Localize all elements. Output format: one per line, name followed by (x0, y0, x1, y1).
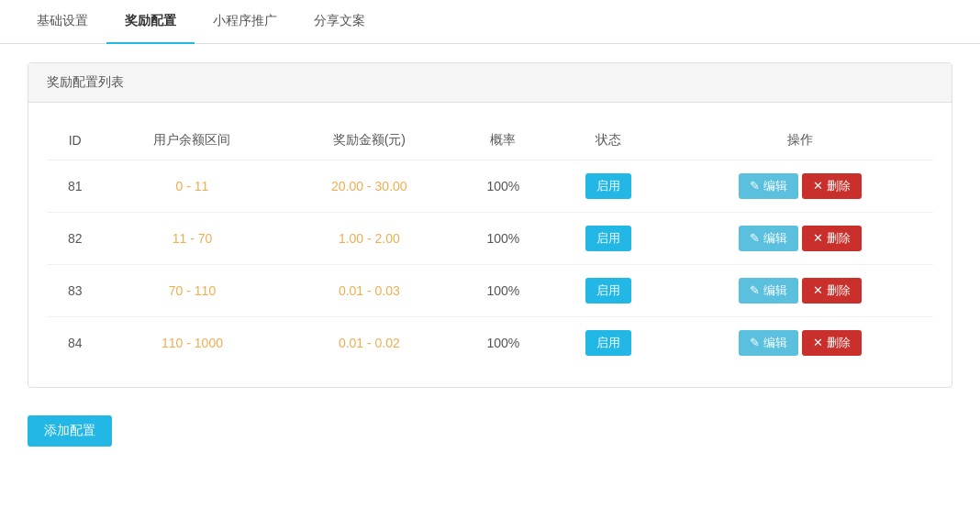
card-title: 奖励配置列表 (47, 74, 124, 89)
col-header-action: 操作 (667, 121, 933, 160)
cell-action-0: ✎ 编辑 ✕ 删除 (667, 160, 933, 213)
delete-button-0[interactable]: ✕ 删除 (802, 173, 862, 199)
table-row: 81 0 - 11 20.00 - 30.00 100% 启用 ✎ 编辑 ✕ 删… (47, 160, 933, 213)
delete-button-2[interactable]: ✕ 删除 (802, 278, 862, 304)
col-header-amount: 奖励金额(元) (282, 121, 457, 160)
edit-button-0[interactable]: ✎ 编辑 (739, 173, 798, 199)
edit-button-3[interactable]: ✎ 编辑 (739, 330, 798, 356)
cell-amount-1: 1.00 - 2.00 (282, 213, 457, 265)
add-config-button[interactable]: 添加配置 (28, 415, 112, 447)
tab-reward-config[interactable]: 奖励配置 (106, 0, 195, 44)
cell-id-1: 82 (47, 213, 103, 265)
cell-action-1: ✎ 编辑 ✕ 删除 (667, 213, 933, 265)
card-header: 奖励配置列表 (28, 63, 952, 103)
tab-bar: 基础设置 奖励配置 小程序推广 分享文案 (0, 0, 980, 44)
tab-basic-settings[interactable]: 基础设置 (18, 0, 106, 44)
tab-share-content[interactable]: 分享文案 (295, 0, 384, 44)
table-row: 83 70 - 110 0.01 - 0.03 100% 启用 ✎ 编辑 ✕ 删… (47, 265, 933, 317)
cell-range-0: 0 - 11 (103, 160, 281, 213)
delete-button-1[interactable]: ✕ 删除 (802, 226, 862, 251)
enable-button-3[interactable]: 启用 (585, 330, 631, 356)
cell-rate-3: 100% (457, 317, 550, 370)
col-header-id: ID (47, 121, 103, 160)
action-group-0: ✎ 编辑 ✕ 删除 (739, 173, 861, 199)
edit-button-2[interactable]: ✎ 编辑 (739, 278, 798, 304)
reward-table: ID 用户余额区间 奖励金额(元) 概率 状态 操作 81 0 - 11 20.… (47, 121, 933, 369)
cell-id-2: 83 (47, 265, 103, 317)
cell-range-2: 70 - 110 (103, 265, 281, 317)
cell-amount-0: 20.00 - 30.00 (282, 160, 457, 213)
main-content: 奖励配置列表 ID 用户余额区间 奖励金额(元) 概率 状态 操作 81 0 - (0, 44, 980, 465)
cell-status-2: 启用 (550, 265, 667, 317)
enable-button-2[interactable]: 启用 (585, 278, 631, 304)
delete-button-3[interactable]: ✕ 删除 (802, 330, 862, 356)
cell-amount-2: 0.01 - 0.03 (282, 265, 457, 317)
reward-config-card: 奖励配置列表 ID 用户余额区间 奖励金额(元) 概率 状态 操作 81 0 - (28, 62, 952, 388)
table-header-row: ID 用户余额区间 奖励金额(元) 概率 状态 操作 (47, 121, 933, 160)
action-group-2: ✎ 编辑 ✕ 删除 (739, 278, 861, 304)
action-group-1: ✎ 编辑 ✕ 删除 (739, 226, 861, 251)
cell-amount-3: 0.01 - 0.02 (282, 317, 457, 370)
cell-status-1: 启用 (550, 213, 667, 265)
card-body: ID 用户余额区间 奖励金额(元) 概率 状态 操作 81 0 - 11 20.… (28, 103, 952, 387)
enable-button-1[interactable]: 启用 (585, 226, 631, 251)
cell-status-3: 启用 (550, 317, 667, 370)
edit-button-1[interactable]: ✎ 编辑 (739, 226, 798, 251)
cell-rate-1: 100% (457, 213, 550, 265)
enable-button-0[interactable]: 启用 (585, 173, 631, 199)
cell-action-3: ✎ 编辑 ✕ 删除 (667, 317, 933, 370)
table-row: 82 11 - 70 1.00 - 2.00 100% 启用 ✎ 编辑 ✕ 删除 (47, 213, 933, 265)
cell-range-3: 110 - 1000 (103, 317, 281, 370)
cell-id-3: 84 (47, 317, 103, 370)
cell-rate-2: 100% (457, 265, 550, 317)
cell-status-0: 启用 (550, 160, 667, 213)
action-group-3: ✎ 编辑 ✕ 删除 (739, 330, 861, 356)
table-row: 84 110 - 1000 0.01 - 0.02 100% 启用 ✎ 编辑 ✕… (47, 317, 933, 370)
cell-action-2: ✎ 编辑 ✕ 删除 (667, 265, 933, 317)
col-header-range: 用户余额区间 (103, 121, 281, 160)
cell-rate-0: 100% (457, 160, 550, 213)
col-header-rate: 概率 (457, 121, 550, 160)
cell-id-0: 81 (47, 160, 103, 213)
tab-mini-program[interactable]: 小程序推广 (195, 0, 295, 44)
cell-range-1: 11 - 70 (103, 213, 281, 265)
col-header-status: 状态 (550, 121, 667, 160)
